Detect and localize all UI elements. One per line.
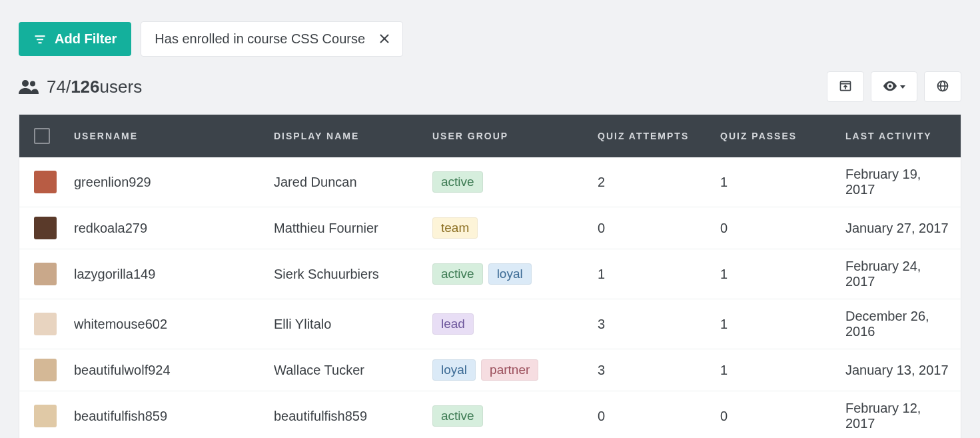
quiz-attempts-cell: 0: [586, 207, 708, 249]
filtered-count: 74: [47, 77, 66, 97]
filter-toolbar: Add Filter Has enrolled in course CSS Co…: [0, 0, 980, 71]
username-cell: beautifulwolf924: [62, 349, 262, 391]
close-icon[interactable]: [380, 33, 389, 45]
header-username[interactable]: USERNAME: [62, 115, 262, 158]
avatar-cell: [19, 249, 63, 299]
open-in-browser-icon: [839, 79, 852, 95]
username-cell: whitemouse602: [62, 299, 262, 349]
filter-chip[interactable]: Has enrolled in course CSS Course: [141, 21, 403, 57]
tag-active: active: [432, 171, 483, 193]
visibility-dropdown-button[interactable]: [871, 71, 917, 102]
avatar: [34, 263, 57, 285]
svg-rect-0: [35, 35, 45, 37]
avatar-cell: [19, 299, 63, 349]
quiz-attempts-cell: 0: [586, 391, 708, 439]
username-cell: redkoala279: [62, 207, 262, 249]
users-table: USERNAME DISPLAY NAME USER GROUP QUIZ AT…: [19, 114, 961, 438]
svg-point-6: [30, 81, 35, 87]
filter-icon: [33, 33, 47, 46]
user-group-cell: loyalpartner: [420, 349, 586, 391]
user-group-cell: active: [420, 391, 586, 439]
header-display-name[interactable]: DISPLAY NAME: [262, 115, 420, 158]
display-name-cell: beautifulfish859: [262, 391, 420, 439]
avatar: [34, 359, 57, 381]
quiz-attempts-cell: 3: [586, 349, 708, 391]
eye-icon: [883, 81, 897, 93]
filter-chip-text: Has enrolled in course CSS Course: [155, 31, 365, 47]
table-row[interactable]: whitemouse602Elli Ylitalolead31December …: [19, 299, 961, 349]
user-group-cell: active: [420, 157, 586, 207]
svg-point-5: [22, 80, 29, 87]
user-group-cell: team: [420, 207, 586, 249]
avatar: [34, 405, 57, 427]
display-name-cell: Jared Duncan: [262, 157, 420, 207]
display-name-cell: Sierk Schuurbiers: [262, 249, 420, 299]
quiz-attempts-cell: 1: [586, 249, 708, 299]
quiz-passes-cell: 1: [708, 157, 833, 207]
header-checkbox-cell: [19, 115, 63, 158]
quiz-passes-cell: 0: [708, 207, 833, 249]
table-row[interactable]: beautifulfish859beautifulfish859active00…: [19, 391, 961, 439]
display-name-cell: Matthieu Fournier: [262, 207, 420, 249]
username-cell: beautifulfish859: [62, 391, 262, 439]
table-header-row: USERNAME DISPLAY NAME USER GROUP QUIZ AT…: [19, 115, 961, 158]
people-icon: [19, 79, 39, 94]
table-row[interactable]: lazygorilla149Sierk Schuurbiersactiveloy…: [19, 249, 961, 299]
tag-team: team: [432, 217, 478, 239]
avatar-cell: [19, 207, 63, 249]
tag-partner: partner: [481, 359, 538, 381]
results-summary-bar: 74 / 126 users: [0, 71, 980, 114]
tag-lead: lead: [432, 313, 474, 335]
table-row[interactable]: redkoala279Matthieu Fournierteam00Januar…: [19, 207, 961, 249]
avatar-cell: [19, 157, 63, 207]
quiz-passes-cell: 1: [708, 349, 833, 391]
svg-rect-2: [39, 42, 42, 43]
quiz-passes-cell: 0: [708, 391, 833, 439]
last-activity-cell: January 27, 2017: [833, 207, 961, 249]
quiz-passes-cell: 1: [708, 249, 833, 299]
display-name-cell: Wallace Tucker: [262, 349, 420, 391]
add-filter-button[interactable]: Add Filter: [19, 22, 131, 56]
action-buttons: [827, 71, 961, 102]
user-group-cell: activeloyal: [420, 249, 586, 299]
tag-loyal: loyal: [488, 263, 532, 285]
svg-point-9: [889, 84, 892, 87]
header-user-group[interactable]: USER GROUP: [420, 115, 586, 158]
tag-active: active: [432, 263, 483, 285]
avatar: [34, 171, 57, 193]
quiz-attempts-cell: 2: [586, 157, 708, 207]
table-row[interactable]: greenlion929Jared Duncanactive21February…: [19, 157, 961, 207]
tag-active: active: [432, 405, 483, 427]
last-activity-cell: February 19, 2017: [833, 157, 961, 207]
avatar-cell: [19, 391, 63, 439]
last-activity-cell: January 13, 2017: [833, 349, 961, 391]
avatar: [34, 217, 57, 239]
table-row[interactable]: beautifulwolf924Wallace Tuckerloyalpartn…: [19, 349, 961, 391]
chevron-down-icon: [900, 85, 905, 89]
header-quiz-passes[interactable]: QUIZ PASSES: [708, 115, 833, 158]
last-activity-cell: February 24, 2017: [833, 249, 961, 299]
last-activity-cell: December 26, 2016: [833, 299, 961, 349]
total-count: 126: [71, 77, 99, 97]
svg-rect-1: [37, 39, 43, 40]
globe-icon: [936, 79, 949, 95]
avatar: [34, 313, 57, 335]
header-quiz-attempts[interactable]: QUIZ ATTEMPTS: [586, 115, 708, 158]
quiz-attempts-cell: 3: [586, 299, 708, 349]
header-last-activity[interactable]: LAST ACTIVITY: [833, 115, 961, 158]
username-cell: lazygorilla149: [62, 249, 262, 299]
users-table-wrap: USERNAME DISPLAY NAME USER GROUP QUIZ AT…: [0, 114, 980, 438]
select-all-checkbox[interactable]: [34, 128, 50, 144]
globe-button[interactable]: [924, 71, 961, 102]
avatar-cell: [19, 349, 63, 391]
count-suffix: users: [100, 77, 143, 97]
quiz-passes-cell: 1: [708, 299, 833, 349]
user-group-cell: lead: [420, 299, 586, 349]
add-filter-label: Add Filter: [55, 31, 117, 47]
last-activity-cell: February 12, 2017: [833, 391, 961, 439]
tag-loyal: loyal: [432, 359, 476, 381]
export-button[interactable]: [827, 71, 864, 102]
count-separator: /: [66, 77, 71, 97]
display-name-cell: Elli Ylitalo: [262, 299, 420, 349]
username-cell: greenlion929: [62, 157, 262, 207]
